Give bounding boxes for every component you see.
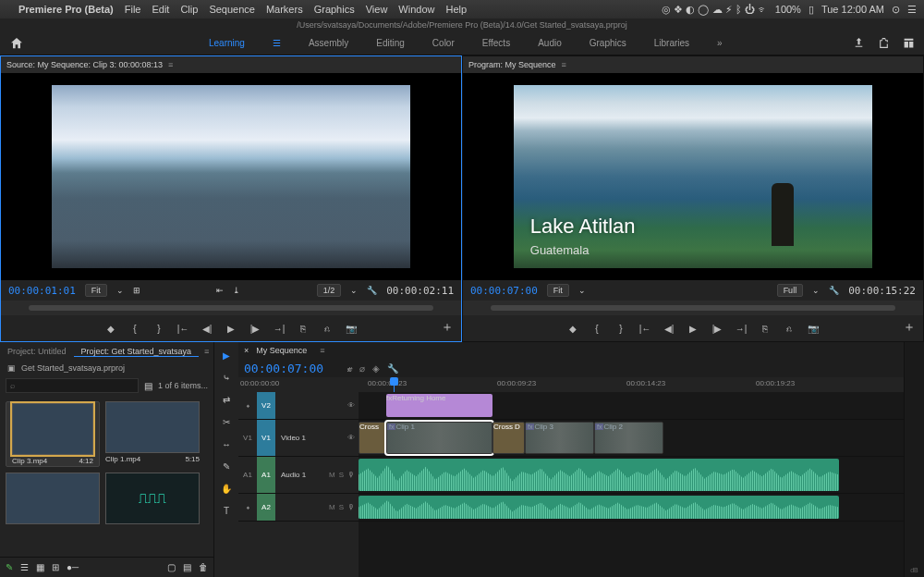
source-settings-icon[interactable]: 🔧 <box>367 286 377 295</box>
workspace-layout-icon[interactable] <box>903 37 915 49</box>
project-filter-icon[interactable]: ▤ <box>144 381 152 391</box>
hand-tool[interactable]: ✋ <box>219 481 234 496</box>
source-out-tc[interactable]: 00:00:02:11 <box>386 285 454 297</box>
program-chevron-icon[interactable]: ⌄ <box>578 286 586 295</box>
v1-clip1[interactable]: fxClip 1 Returning Home <box>386 422 492 454</box>
tl-settings-icon[interactable]: 🔧 <box>387 363 398 374</box>
snap-icon[interactable]: ⸙ <box>347 363 352 374</box>
menu-sequence[interactable]: Sequence <box>209 4 255 15</box>
a1-mute-icon[interactable]: M <box>329 471 335 479</box>
source-timebar[interactable] <box>1 301 461 315</box>
source-fit-select[interactable]: Fit <box>85 284 107 297</box>
program-fit-select[interactable]: Fit <box>547 284 569 297</box>
program-button-editor[interactable]: ＋ <box>903 319 916 336</box>
menu-help[interactable]: Help <box>445 4 467 15</box>
p-play-icon[interactable]: ▶ <box>686 321 700 336</box>
a2-patch[interactable]: A2 <box>257 494 275 521</box>
p-export-frame-icon[interactable]: 📷 <box>806 321 821 336</box>
spotlight-icon[interactable]: ⊙ <box>892 4 900 16</box>
time-ruler[interactable]: 00:00:00:00 00:00:04:23 00:00:09:23 00:0… <box>238 377 904 392</box>
menu-view[interactable]: View <box>366 4 388 15</box>
clip-thumb-2[interactable] <box>6 473 100 526</box>
close-seq-icon[interactable]: × <box>244 346 249 355</box>
p-lift-icon[interactable]: ⎘ <box>758 321 772 336</box>
step-fwd-icon[interactable]: |▶ <box>248 321 262 336</box>
ws-audio[interactable]: Audio <box>538 38 562 48</box>
a2-rec-icon[interactable]: 🎙 <box>347 503 355 511</box>
v1-clip3[interactable]: fxClip 3 <box>525 422 594 454</box>
ws-libraries[interactable]: Libraries <box>654 38 689 48</box>
mark-in-icon[interactable]: { <box>128 321 142 336</box>
clip-thumb-0[interactable]: Clip 3.mp44:12 <box>6 401 100 467</box>
source-zoom-select[interactable]: 1/2 <box>317 284 342 297</box>
source-button-editor[interactable]: ＋ <box>441 319 454 336</box>
project-panel-menu[interactable]: ≡ <box>204 347 209 356</box>
p-mark-out-icon[interactable]: } <box>614 321 628 336</box>
project-tab-active[interactable]: Project: Get Started_svatsaya <box>74 347 200 357</box>
program-in-tc[interactable]: 00:00:07:00 <box>470 285 538 297</box>
marker-icon[interactable]: ◆ <box>103 321 118 336</box>
ws-color[interactable]: Color <box>432 38 455 48</box>
source-chevron-icon[interactable]: ⌄ <box>116 286 124 295</box>
clip-thumb-audio[interactable]: ⎍⎍⎍ <box>105 473 200 526</box>
pen-tool[interactable]: ✎ <box>219 459 234 473</box>
ws-overflow[interactable]: » <box>717 38 723 48</box>
new-item-plus-icon[interactable]: ▤ <box>183 562 191 572</box>
ws-menu-icon[interactable]: ☰ <box>273 38 281 48</box>
menu-file[interactable]: File <box>125 4 141 15</box>
razor-tool[interactable]: ✂ <box>219 414 234 429</box>
program-out-tc[interactable]: 00:00:15:22 <box>848 285 916 297</box>
track-area[interactable]: fxReturning Home Cross fxClip 1 Returnin… <box>359 392 904 577</box>
go-out-icon[interactable]: →| <box>272 321 286 336</box>
v2-patch[interactable]: V2 <box>257 392 275 419</box>
program-chevron2-icon[interactable]: ⌄ <box>812 286 820 295</box>
v2-eye-icon[interactable]: 👁 <box>347 401 355 410</box>
a2-mute-icon[interactable]: M <box>329 503 335 511</box>
clip-thumb-1[interactable]: Clip 1.mp45:15 <box>105 401 200 467</box>
a1-clip[interactable] <box>359 459 839 491</box>
v1-patch[interactable]: V1 <box>257 420 275 456</box>
source-overwrite-icon[interactable]: ⤓ <box>233 286 240 295</box>
source-viewer[interactable] <box>1 73 461 280</box>
ws-assembly[interactable]: Assembly <box>309 38 348 48</box>
project-tab-untitled[interactable]: Project: Untitled <box>0 347 74 356</box>
freeform-view-icon[interactable]: ⊞ <box>52 562 59 572</box>
program-settings-icon[interactable]: 🔧 <box>829 286 839 295</box>
ws-effects[interactable]: Effects <box>482 38 510 48</box>
ws-learning[interactable]: Learning <box>209 38 245 48</box>
home-button[interactable] <box>9 36 24 51</box>
source-in-tc[interactable]: 00:00:01:01 <box>8 285 76 297</box>
app-menu[interactable]: Premiere Pro (Beta) <box>18 4 114 15</box>
menu-markers[interactable]: Markers <box>266 4 303 15</box>
source-insert-icon[interactable]: ⇤ <box>216 286 224 295</box>
selection-tool[interactable]: ▶ <box>219 348 234 362</box>
program-res-select[interactable]: Full <box>777 284 804 297</box>
trash-icon[interactable]: 🗑 <box>199 562 208 572</box>
zoom-slider[interactable]: ●─ <box>67 562 79 572</box>
v1-src-patch[interactable]: V1 <box>238 434 257 442</box>
v1-eye-icon[interactable]: 👁 <box>347 434 355 442</box>
project-search-input[interactable] <box>6 378 139 393</box>
menu-window[interactable]: Window <box>398 4 434 15</box>
ws-graphics[interactable]: Graphics <box>590 38 626 48</box>
p-step-fwd-icon[interactable]: |▶ <box>710 321 724 336</box>
a1-src-patch[interactable]: A1 <box>238 471 257 479</box>
menu-extra-icon[interactable]: ☰ <box>907 4 917 16</box>
program-panel-menu[interactable]: ≡ <box>562 60 566 69</box>
share-icon[interactable] <box>853 37 865 49</box>
overwrite-icon[interactable]: ⎌ <box>320 321 334 336</box>
play-icon[interactable]: ▶ <box>224 321 238 336</box>
ripple-tool[interactable]: ⇄ <box>219 392 234 407</box>
step-back-icon[interactable]: ◀| <box>200 321 214 336</box>
ws-editing[interactable]: Editing <box>376 38 405 48</box>
sequence-name[interactable]: My Sequence <box>256 346 307 355</box>
timeline-tc[interactable]: 00:00:07:00 <box>244 362 323 375</box>
timeline-panel-menu[interactable]: ≡ <box>320 346 324 355</box>
link-icon[interactable]: ⌀ <box>359 363 365 374</box>
p-marker-icon[interactable]: ◆ <box>565 321 580 336</box>
icon-view-icon[interactable]: ▦ <box>36 562 44 572</box>
mark-out-icon[interactable]: } <box>152 321 166 336</box>
title-clip[interactable]: fxReturning Home <box>386 394 492 417</box>
slip-tool[interactable]: ↔ <box>219 436 234 451</box>
new-bin-icon[interactable]: ▢ <box>167 562 176 572</box>
